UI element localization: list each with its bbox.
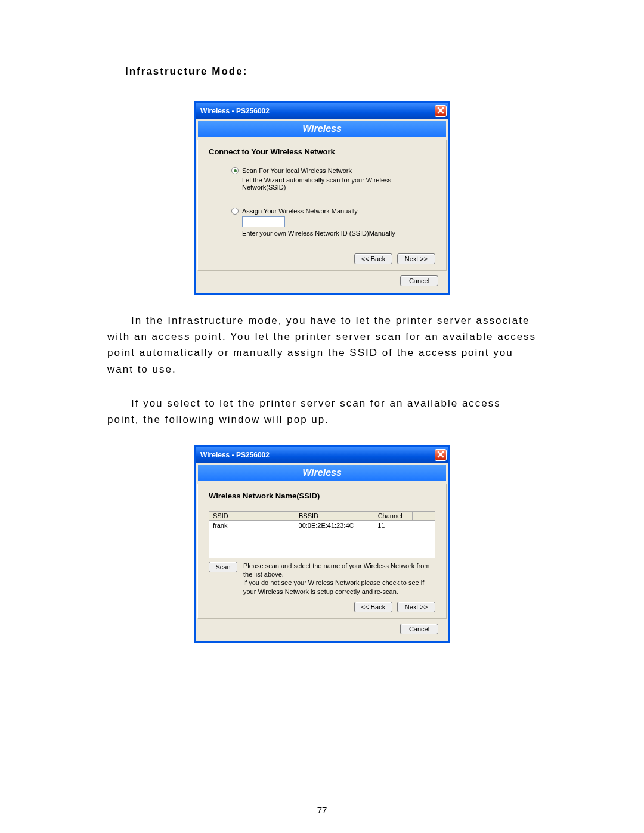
ssid-input[interactable] (242, 216, 285, 227)
body-paragraph-1: In the Infrastructure mode, you have to … (107, 312, 537, 377)
close-button[interactable] (435, 449, 447, 461)
wireless-dialog-1: Wireless - PS256002 Wireless Connect to … (194, 101, 450, 295)
radio-scan-label: Scan For Your local Wireless Network (242, 167, 352, 174)
window-title: Wireless - PS256002 (200, 107, 270, 115)
cell-bssid: 00:0E:2E:41:23:4C (295, 521, 374, 531)
cancel-button[interactable]: Cancel (400, 624, 438, 634)
radio-manual-label: Assign Your Wireless Network Manually (242, 208, 358, 215)
radio-scan-desc: Let the Wizard automatically scan for yo… (242, 176, 435, 191)
radio-manual-desc: Enter your own Wireless Network ID (SSID… (242, 230, 435, 237)
cell-ssid: frank (209, 521, 295, 531)
next-button[interactable]: Next >> (397, 253, 435, 264)
network-table: SSID BSSID Channel frank 00:0E:2E:41:23:… (209, 511, 435, 558)
cell-channel: 11 (374, 521, 412, 531)
page-number: 77 (0, 805, 644, 815)
wireless-dialog-2: Wireless - PS256002 Wireless Wireless Ne… (194, 445, 450, 643)
panel-heading: Wireless Network Name(SSID) (209, 491, 435, 500)
banner-title: Wireless (197, 120, 447, 137)
banner-title: Wireless (197, 465, 447, 481)
titlebar: Wireless - PS256002 (196, 103, 448, 119)
back-button[interactable]: << Back (354, 602, 392, 612)
radio-scan[interactable] (231, 167, 239, 174)
radio-manual[interactable] (231, 208, 239, 215)
titlebar: Wireless - PS256002 (196, 447, 448, 463)
scan-instructions: Please scan and select the name of your … (243, 562, 435, 596)
section-heading: Infrastructure Mode: (125, 66, 537, 78)
next-button[interactable]: Next >> (397, 602, 435, 612)
panel-heading: Connect to Your Wireless Network (209, 147, 435, 156)
col-bssid[interactable]: BSSID (295, 512, 374, 521)
col-ssid[interactable]: SSID (209, 512, 295, 521)
body-paragraph-2: If you select to let the printer server … (107, 395, 537, 428)
close-button[interactable] (435, 105, 447, 117)
table-row[interactable]: frank 00:0E:2E:41:23:4C 11 (209, 521, 435, 531)
close-icon (437, 451, 444, 459)
cancel-button[interactable]: Cancel (400, 275, 438, 286)
close-icon (437, 107, 444, 115)
col-channel[interactable]: Channel (374, 512, 412, 521)
col-spacer (413, 512, 435, 521)
window-title: Wireless - PS256002 (200, 451, 270, 459)
back-button[interactable]: << Back (354, 253, 392, 264)
scan-button[interactable]: Scan (209, 562, 237, 572)
